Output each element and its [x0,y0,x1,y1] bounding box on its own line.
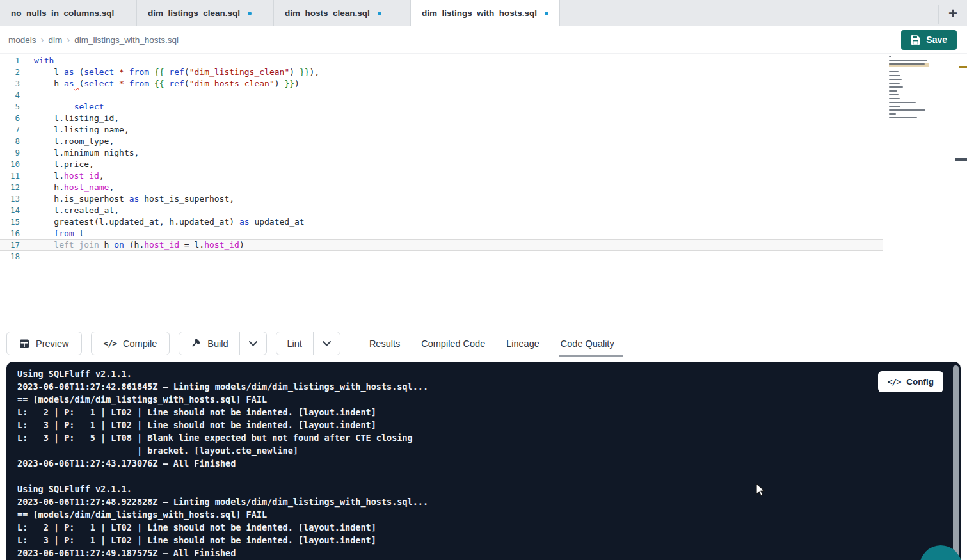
breadcrumb-chevron-icon: › [41,34,44,45]
panel-tab-results[interactable]: Results [369,325,400,362]
panel-tab-compiled-code[interactable]: Compiled Code [421,325,485,362]
terminal-line: == [models/dim/dim_listings_with_hosts.s… [17,508,961,521]
tab-bar-right: + [938,0,967,26]
code-line-text: l.listing_id, [20,113,119,124]
terminal-line: 2023-06-06T11:27:43.173076Z — All Finish… [17,457,961,470]
code-line-text [20,90,34,101]
file-tab[interactable]: dim_listings_with_hosts.sql [411,0,560,26]
breadcrumb: models›dim›dim_listings_with_hosts.sql [8,34,179,45]
code-line[interactable]: 18 [0,251,967,262]
terminal-line: L: 3 | P: 1 | LT02 | Line should not be … [17,419,961,431]
build-button[interactable]: Build [179,332,239,355]
minimap-line [889,90,897,92]
chevron-down-icon [249,341,257,346]
minimap-line [889,94,899,95]
line-number: 12 [0,182,20,193]
code-line[interactable]: 10 l.price, [0,159,967,170]
unsaved-changes-dot-icon [545,12,548,15]
code-line[interactable]: 4 [0,90,967,101]
file-tabs: no_nulls_in_columns.sqldim_listings_clea… [0,0,560,26]
breadcrumb-item[interactable]: models [8,35,36,45]
terminal-line: 2023-06-06T11:27:49.187575Z — All Finish… [17,547,961,559]
line-number: 9 [0,147,20,159]
preview-button[interactable]: Preview [6,332,82,355]
code-line[interactable]: 1with [0,55,967,67]
compile-button[interactable]: </> Compile [91,332,170,355]
minimap[interactable] [889,56,929,129]
terminal-scrollbar[interactable] [953,365,959,557]
code-line[interactable]: 8 l.room_type, [0,136,967,147]
lint-button-group: Lint [276,332,340,355]
line-number: 17 [0,239,20,251]
terminal-output: Using SQLFluff v2.1.1.2023-06-06T11:27:4… [6,362,961,559]
code-line[interactable]: 13 h.is_superhost as host_is_superhost, [0,193,967,205]
breadcrumb-item[interactable]: dim_listings_with_hosts.sql [74,35,179,45]
line-number: 6 [0,113,20,124]
panel-tab-lineage[interactable]: Lineage [506,325,539,362]
terminal-line: == [models/dim/dim_listings_with_hosts.s… [17,393,961,406]
file-tab-label: dim_hosts_clean.sql [285,8,370,18]
code-line-text: with [20,55,54,67]
build-button-label: Build [207,339,228,349]
config-button[interactable]: </> Config [878,371,943,392]
panel-tab-code-quality[interactable]: Code Quality [561,325,614,362]
line-number: 2 [0,67,20,78]
code-line[interactable]: 15 greatest(l.updated_at, h.updated_at) … [0,216,967,228]
terminal-line: L: 2 | P: 1 | LT02 | Line should not be … [17,406,961,419]
breadcrumb-item[interactable]: dim [49,35,63,45]
chevron-down-icon [323,341,331,346]
file-tab[interactable]: dim_listings_clean.sql [137,0,274,26]
lint-dropdown-button[interactable] [314,332,340,355]
terminal-line: 2023-06-06T11:27:48.922828Z — Linting mo… [17,495,961,508]
lint-button-label: Lint [287,339,302,349]
code-editor[interactable]: 1with2 l as (select * from {{ ref("dim_l… [0,54,967,325]
code-line-text: h as (select * from {{ ref("dim_hosts_cl… [20,78,300,90]
code-line[interactable]: 2 l as (select * from {{ ref("dim_listin… [0,67,967,78]
minimap-line [889,60,927,61]
minimap-line [889,113,896,115]
compile-button-label: Compile [123,339,157,349]
code-line-text: l.created_at, [20,205,119,216]
action-toolbar: Preview </> Compile Build [0,325,967,362]
lint-output-terminal[interactable]: Using SQLFluff v2.1.1.2023-06-06T11:27:4… [6,362,961,560]
minimap-line [889,106,900,107]
code-line[interactable]: 17 left join h on (h.host_id = l.host_id… [0,239,883,251]
code-line-text: h.host_name, [20,182,114,193]
minimap-line [889,56,891,57]
minimap-line [889,86,903,88]
code-line-text [20,251,34,262]
terminal-line [17,470,961,483]
code-line[interactable]: 7 l.listing_name, [0,124,967,136]
code-line-text: l.minimum_nights, [20,147,139,159]
terminal-line: Using SQLFluff v2.1.1. [17,367,961,380]
code-line[interactable]: 3 h as (select * from {{ ref("dim_hosts_… [0,78,967,90]
save-button[interactable]: Save [901,30,957,50]
file-tab[interactable]: dim_hosts_clean.sql [274,0,411,26]
config-button-label: Config [906,377,934,387]
line-number: 11 [0,170,20,182]
code-line[interactable]: 9 l.minimum_nights, [0,147,967,159]
terminal-line: L: 2 | P: 1 | LT02 | Line should not be … [17,521,961,534]
code-line[interactable]: 12 h.host_name, [0,182,967,193]
minimap-line [889,117,917,118]
code-line[interactable]: 14 l.created_at, [0,205,967,216]
panel-tabs: ResultsCompiled CodeLineageCode Quality [369,325,614,362]
overview-ruler-warning-mark [959,66,967,68]
file-tab[interactable]: no_nulls_in_columns.sql [0,0,137,26]
line-number: 4 [0,90,20,101]
line-number: 13 [0,193,20,205]
code-line[interactable]: 5 select [0,101,967,113]
lint-button[interactable]: Lint [276,332,313,355]
terminal-line: L: 3 | P: 5 | LT08 | Blank line expected… [17,431,961,444]
new-tab-button[interactable]: + [939,0,967,26]
code-line[interactable]: 16 from l [0,228,967,239]
code-line[interactable]: 11 l.host_id, [0,170,967,182]
code-line-text: l.room_type, [20,136,114,147]
minimap-line [889,83,900,84]
minimap-line [889,63,925,65]
floppy-disk-icon [911,35,920,45]
table-grid-icon [19,339,29,349]
code-line[interactable]: 6 l.listing_id, [0,113,967,124]
hammer-icon [190,338,201,349]
build-dropdown-button[interactable] [240,332,266,355]
